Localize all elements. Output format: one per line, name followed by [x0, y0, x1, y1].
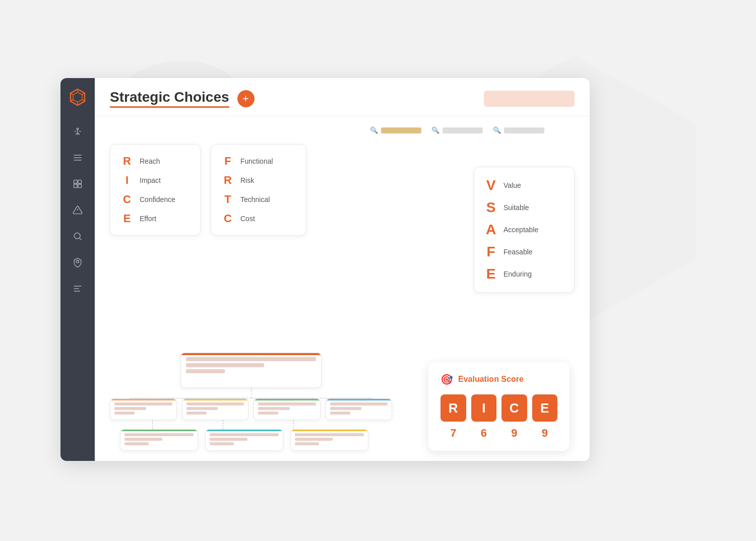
sidebar-item-anchor[interactable] — [72, 125, 84, 138]
sm-line-1 — [114, 402, 172, 405]
eval-score-9b: 9 — [532, 427, 558, 440]
eval-title: Evaluation Score — [458, 375, 524, 384]
sm-line-19 — [295, 433, 364, 436]
filter-item-1[interactable]: 🔍 — [370, 126, 421, 134]
tree-connector-top — [110, 388, 392, 398]
scene: Strategic Choices + 🔍 🔍 — [0, 0, 756, 541]
tree-card-orange — [110, 398, 177, 420]
rice-letter-r: R — [121, 155, 133, 168]
sm-line-12 — [330, 412, 350, 415]
body: 🔍 🔍 🔍 — [95, 116, 590, 461]
vsafe-letter-v: V — [485, 177, 496, 193]
frtc-row-t: T Technical — [222, 193, 295, 206]
sidebar-item-list[interactable] — [72, 152, 84, 164]
sidebar — [60, 78, 95, 461]
eval-score-6: 6 — [471, 427, 497, 440]
rice-card: R Reach I Impact C Confidence — [110, 144, 201, 236]
vsafe-card: V Value S Suitable A Acceptable F — [474, 167, 575, 293]
app-logo[interactable] — [69, 88, 87, 106]
sm-line-17 — [210, 438, 247, 441]
eval-score-9a: 9 — [501, 427, 527, 440]
rice-letter-c: C — [121, 193, 133, 206]
vsafe-row-v: V Value — [485, 177, 563, 193]
rice-label-c: Confidence — [140, 195, 175, 204]
eval-card: 🎯 Evaluation Score R I C E 7 6 9 9 — [428, 362, 570, 451]
svg-rect-15 — [74, 184, 78, 188]
sidebar-item-menu[interactable] — [72, 283, 84, 295]
vsafe-letter-s: S — [485, 199, 496, 216]
tree-bar-1 — [186, 357, 316, 361]
frtc-label-f: Functional — [240, 157, 273, 165]
sm-line-11 — [330, 407, 362, 410]
svg-point-21 — [77, 260, 79, 263]
tree-bar-2 — [186, 363, 264, 367]
svg-point-9 — [77, 128, 78, 129]
sm-line-5 — [186, 407, 218, 410]
vsafe-label-a: Acceptable — [503, 226, 538, 234]
svg-point-19 — [74, 233, 80, 239]
content-area: Strategic Choices + 🔍 🔍 — [95, 78, 590, 461]
vsafe-row-a: A Acceptable — [485, 222, 563, 238]
sm-line-7 — [258, 402, 316, 405]
frtc-row-r: R Risk — [222, 174, 295, 187]
frtc-row-f: F Functional — [222, 155, 295, 168]
svg-marker-2 — [73, 92, 82, 102]
sidebar-item-warning[interactable] — [72, 204, 84, 216]
sidebar-item-grid[interactable] — [72, 178, 84, 190]
rice-label-i: Impact — [140, 176, 161, 184]
vsafe-letter-e: E — [485, 266, 496, 282]
main-window: Strategic Choices + 🔍 🔍 — [60, 78, 590, 461]
tree-card-yellow — [182, 398, 249, 420]
filter-search-icon-3: 🔍 — [493, 126, 501, 134]
svg-line-20 — [80, 238, 82, 240]
frtc-letter-f: F — [222, 155, 233, 168]
header-search-bar[interactable] — [484, 91, 575, 107]
eval-icon: 🎯 — [440, 373, 453, 385]
tree-vert-line-bot-1 — [152, 420, 153, 429]
filter-search-icon-2: 🔍 — [431, 126, 439, 134]
sidebar-item-search[interactable] — [72, 230, 84, 242]
eval-scores-row: R I C E — [440, 394, 557, 422]
header: Strategic Choices + — [95, 78, 590, 116]
sm-line-4 — [186, 402, 244, 405]
frtc-rows: F Functional R Risk T Technical — [222, 155, 295, 225]
tree-mid-row — [110, 398, 392, 420]
filter-item-2[interactable]: 🔍 — [431, 126, 483, 134]
frtc-letter-c: C — [222, 212, 233, 225]
tree-card-green2 — [120, 429, 198, 451]
add-button[interactable]: + — [237, 90, 255, 107]
vsafe-row-e: E Enduring — [485, 266, 563, 282]
sm-line-10 — [330, 402, 388, 405]
eval-letter-r: R — [440, 394, 466, 422]
eval-letter-c: C — [501, 394, 527, 422]
svg-rect-13 — [74, 180, 78, 184]
tree-area — [110, 353, 392, 451]
tree-bot-row — [120, 429, 392, 451]
page-title: Strategic Choices — [110, 89, 229, 108]
sm-line-2 — [114, 407, 146, 410]
rice-row-r: R Reach — [121, 155, 189, 168]
frtc-row-c: C Cost — [222, 212, 295, 225]
filter-bar-1 — [381, 127, 421, 133]
sidebar-item-user-shield[interactable] — [72, 256, 84, 268]
rice-label-r: Reach — [140, 157, 160, 165]
tree-vert-line-bot-3 — [293, 420, 294, 429]
tree-vert-line-bot-2 — [223, 420, 223, 429]
frtc-label-t: Technical — [240, 195, 270, 204]
vsafe-rows: V Value S Suitable A Acceptable F — [485, 177, 563, 282]
eval-letter-i: I — [471, 394, 497, 422]
filter-item-3[interactable]: 🔍 — [493, 126, 544, 134]
sm-line-18 — [210, 442, 234, 445]
eval-numbers-row: 7 6 9 9 — [440, 427, 557, 440]
sm-line-14 — [124, 438, 162, 441]
filter-bar-3 — [504, 127, 544, 133]
frtc-label-r: Risk — [240, 176, 254, 184]
svg-rect-16 — [78, 184, 82, 188]
filter-row: 🔍 🔍 🔍 — [110, 126, 575, 134]
sm-line-13 — [124, 433, 194, 436]
filter-bar-2 — [443, 127, 483, 133]
vsafe-label-f: Feasable — [503, 248, 533, 256]
vsafe-letter-a: A — [485, 222, 496, 238]
vsafe-label-s: Suitable — [503, 204, 529, 212]
tree-card-green — [254, 398, 321, 420]
